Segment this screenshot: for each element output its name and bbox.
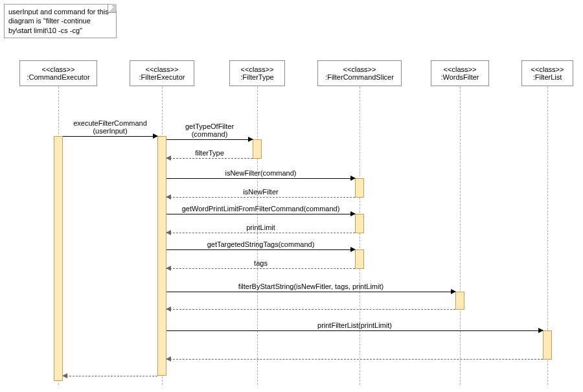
msg-label: isNewFilter(command) bbox=[225, 169, 296, 177]
msg-label: getTargetedStringTags(command) bbox=[207, 240, 315, 248]
activation-slicer-2 bbox=[355, 214, 364, 233]
msg-return-commandexecutor bbox=[63, 376, 157, 376]
activation-filterlist bbox=[543, 330, 552, 360]
msg-gettargetedstringtags: getTargetedStringTags(command) bbox=[166, 249, 355, 250]
msg-return-filtertype: filterType bbox=[166, 158, 253, 159]
msg-getwordprintlimit: getWordPrintLimitFromFilterCommand(comma… bbox=[166, 214, 355, 214]
stereotype: <<class>> bbox=[321, 65, 398, 73]
msg-printfilterlist: printFilterList(printLimit) bbox=[166, 330, 543, 331]
diagram-note: userInput and command for this diagram i… bbox=[4, 4, 117, 38]
stereotype: <<class>> bbox=[525, 65, 570, 73]
lifeline-filtertype bbox=[257, 87, 258, 385]
lifeline-name: :FilterType bbox=[233, 73, 282, 81]
msg-label: getWordPrintLimitFromFilterCommand(comma… bbox=[182, 205, 340, 213]
msg-label: getTypeOfFilter bbox=[185, 122, 234, 130]
msg-filterbystartstring: filterByStartString(isNewFitler, tags, p… bbox=[166, 292, 455, 292]
lifeline-name: :FilterExecutor bbox=[133, 73, 191, 81]
stereotype: <<class>> bbox=[133, 65, 191, 73]
activation-filterexecutor bbox=[157, 136, 166, 376]
msg-gettypeoffilter: getTypeOfFilter (command) bbox=[166, 139, 253, 140]
lifeline-name: :CommandExecutor bbox=[23, 73, 94, 81]
msg-return-tags: tags bbox=[166, 268, 355, 269]
msg-isnewfilter: isNewFilter(command) bbox=[166, 178, 355, 179]
activation-slicer-1 bbox=[355, 178, 364, 198]
msg-return-printlimit: printLimit bbox=[166, 233, 355, 233]
lifeline-head-commandexecutor: <<class>> :CommandExecutor bbox=[19, 60, 97, 86]
lifeline-head-wordsfilter: <<class>> :WordsFilter bbox=[431, 60, 489, 86]
msg-label-2: (userInput) bbox=[93, 127, 127, 135]
msg-label: isNewFilter bbox=[243, 188, 278, 196]
lifeline-head-filterlist: <<class>> :FilterList bbox=[521, 60, 573, 86]
msg-label: filterByStartString(isNewFitler, tags, p… bbox=[238, 282, 383, 290]
lifeline-name: :FilterCommandSlicer bbox=[321, 73, 398, 81]
lifeline-filtercommandslicer bbox=[360, 87, 360, 385]
lifeline-head-filterexecutor: <<class>> :FilterExecutor bbox=[130, 60, 194, 86]
activation-wordsfilter bbox=[455, 292, 464, 310]
stereotype: <<class>> bbox=[23, 65, 94, 73]
lifeline-head-filtertype: <<class>> :FilterType bbox=[229, 60, 285, 86]
lifeline-head-filtercommandslicer: <<class>> :FilterCommandSlicer bbox=[317, 60, 402, 86]
msg-label: filterType bbox=[195, 149, 224, 157]
msg-return-wordsfilter bbox=[166, 309, 455, 310]
activation-commandexecutor bbox=[54, 136, 63, 381]
msg-label-2: (command) bbox=[192, 130, 228, 138]
activation-filtertype bbox=[253, 139, 262, 159]
msg-return-filterlist bbox=[166, 359, 543, 360]
stereotype: <<class>> bbox=[233, 65, 282, 73]
lifeline-name: :FilterList bbox=[525, 73, 570, 81]
activation-slicer-3 bbox=[355, 249, 364, 269]
note-text: userInput and command for this diagram i… bbox=[8, 8, 109, 34]
lifeline-wordsfilter bbox=[460, 87, 461, 385]
msg-label: printFilterList(printLimit) bbox=[317, 321, 392, 329]
stereotype: <<class>> bbox=[434, 65, 486, 73]
msg-return-isnewfilter: isNewFilter bbox=[166, 197, 355, 198]
msg-label: executeFilterCommand bbox=[73, 119, 147, 127]
msg-executefiltercommand: executeFilterCommand (userInput) bbox=[63, 136, 157, 137]
lifeline-name: :WordsFilter bbox=[434, 73, 486, 81]
msg-label: tags bbox=[254, 259, 268, 267]
msg-label: printLimit bbox=[246, 224, 275, 231]
